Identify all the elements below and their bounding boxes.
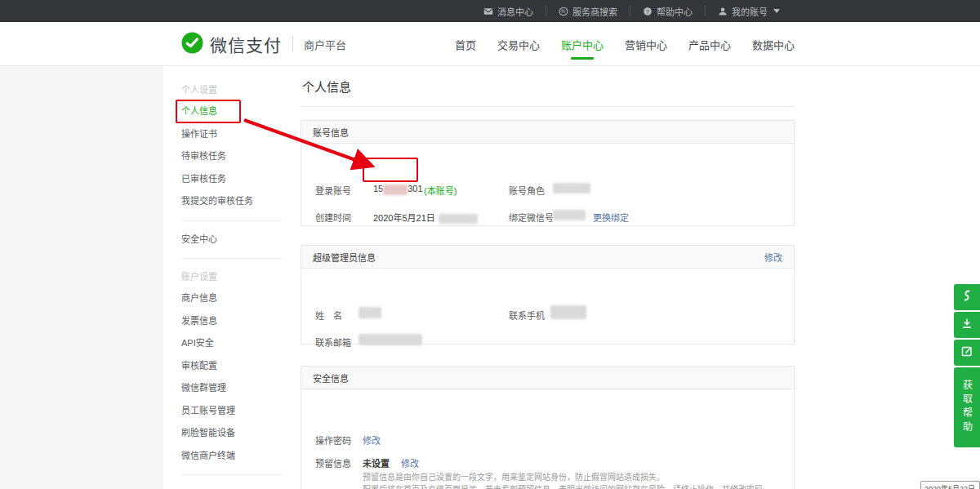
redacted-admin-name bbox=[359, 307, 381, 318]
primary-nav: 首页 交易中心 账户中心 营销中心 产品中心 数据中心 bbox=[455, 22, 795, 66]
my-account-label: 我的账号 bbox=[732, 5, 768, 18]
rebind-wechat-link[interactable]: 更换绑定 bbox=[593, 211, 629, 224]
edit-icon bbox=[960, 345, 973, 361]
site-header: 微信支付 商户平台 首页 交易中心 账户中心 营销中心 产品中心 数据中心 bbox=[0, 22, 980, 66]
provider-search-label: 服务商搜索 bbox=[572, 5, 617, 18]
sidebar-item-wechat-group-management[interactable]: 微信群管理 bbox=[181, 377, 282, 400]
nav-account-center[interactable]: 账户中心 bbox=[561, 22, 604, 66]
bound-wechat-label: 绑定微信号 bbox=[509, 211, 554, 224]
brand-divider bbox=[292, 36, 293, 52]
sidebar-divider bbox=[181, 220, 282, 221]
brand-block: 微信支付 商户平台 bbox=[181, 22, 346, 66]
sidebar-section-personal-settings: 个人设置 bbox=[181, 79, 282, 100]
created-time-value: 2020年5月21日 bbox=[373, 211, 478, 224]
top-utility-bar: 消息中心 服务商搜索 ? 帮助中心 我的账号 bbox=[0, 0, 980, 22]
login-account-label: 登录账号 bbox=[315, 184, 351, 197]
sidebar-divider bbox=[181, 258, 282, 259]
redacted-account-role bbox=[553, 183, 590, 193]
mail-icon bbox=[483, 7, 493, 16]
operation-password-edit-link[interactable]: 修改 bbox=[363, 433, 381, 447]
operation-password-label: 操作密码 bbox=[315, 433, 351, 447]
my-account-menu-item[interactable]: 我的账号 bbox=[706, 0, 792, 22]
redacted-admin-email bbox=[359, 334, 422, 345]
admin-phone-label: 联系手机 bbox=[509, 309, 545, 322]
security-info-panel: 安全信息 操作密码 修改 预留信息 未设置 修改 预留信息是由你自己设置的一段文… bbox=[301, 366, 795, 489]
sidebar-item-api-security[interactable]: API安全 bbox=[181, 332, 282, 355]
sidebar-item-review-config[interactable]: 审核配置 bbox=[181, 355, 282, 378]
sidebar-item-face-smart-device[interactable]: 刷脸智能设备 bbox=[181, 422, 282, 445]
svg-text:?: ? bbox=[646, 8, 649, 14]
reserved-info-value: 未设置 bbox=[363, 456, 390, 469]
main-content: 个人信息 账号信息 登录账号 15301 (本账号) 账号角色 创建时间 202… bbox=[301, 66, 795, 489]
account-info-panel-title: 账号信息 bbox=[313, 126, 349, 139]
search-circle-icon bbox=[559, 7, 568, 16]
chevron-down-icon bbox=[773, 9, 780, 13]
sidebar-item-pending-review-tasks[interactable]: 待审核任务 bbox=[181, 145, 282, 168]
hotline-button[interactable] bbox=[954, 284, 980, 310]
sidebar-item-wechat-merchant-terminal[interactable]: 微信商户终端 bbox=[181, 445, 282, 468]
admin-email-label: 联系邮箱 bbox=[315, 336, 351, 349]
created-time-label: 创建时间 bbox=[315, 211, 351, 224]
floating-toolbar: 获取帮助 bbox=[954, 284, 980, 447]
sidebar-item-personal-info[interactable]: 个人信息 bbox=[181, 100, 282, 123]
sidebar: 个人设置 个人信息 操作证书 待审核任务 已审核任务 我提交的审核任务 安全中心… bbox=[181, 79, 282, 482]
help-center-menu-item[interactable]: ? 帮助中心 bbox=[630, 0, 705, 22]
sidebar-section-account-settings: 账户设置 bbox=[181, 266, 282, 287]
link-icon bbox=[960, 289, 973, 305]
redacted-wechat-id bbox=[553, 210, 586, 220]
wechat-pay-logo-icon bbox=[181, 32, 203, 57]
account-info-panel: 账号信息 登录账号 15301 (本账号) 账号角色 创建时间 2020年5月2… bbox=[301, 120, 795, 226]
nav-home[interactable]: 首页 bbox=[455, 22, 476, 66]
page-body: 个人设置 个人信息 操作证书 待审核任务 已审核任务 我提交的审核任务 安全中心… bbox=[0, 66, 980, 489]
date-tooltip: 2020年5月22日 bbox=[920, 481, 980, 489]
sidebar-item-reviewed-tasks[interactable]: 已审核任务 bbox=[181, 168, 282, 191]
provider-search-menu-item[interactable]: 服务商搜索 bbox=[546, 0, 630, 22]
security-panel-title: 安全信息 bbox=[313, 371, 349, 385]
top-utility-menu: 消息中心 服务商搜索 ? 帮助中心 我的账号 bbox=[471, 0, 792, 22]
account-role-label: 账号角色 bbox=[509, 184, 545, 197]
user-icon bbox=[718, 7, 728, 16]
get-help-button[interactable]: 获取帮助 bbox=[954, 367, 980, 447]
question-circle-icon: ? bbox=[643, 7, 653, 16]
reserved-info-description: 预留信息是由你自己设置的一段文字，用来鉴定网站身份，防止假冒网站造成损失。 配置… bbox=[363, 471, 791, 489]
nav-data-center[interactable]: 数据中心 bbox=[752, 22, 795, 66]
sidebar-item-merchant-info[interactable]: 商户信息 bbox=[181, 287, 282, 310]
nav-transaction-center[interactable]: 交易中心 bbox=[497, 22, 540, 66]
admin-name-label: 姓 名 bbox=[315, 309, 342, 322]
super-admin-edit-link[interactable]: 修改 bbox=[764, 251, 782, 264]
reserved-info-edit-link[interactable]: 修改 bbox=[401, 456, 419, 469]
reserved-info-label: 预留信息 bbox=[315, 456, 351, 469]
left-margin-strip bbox=[0, 66, 163, 489]
sidebar-item-security-center[interactable]: 安全中心 bbox=[181, 229, 282, 251]
reserved-info-desc-line: 预留信息是由你自己设置的一段文字，用来鉴定网站身份，防止假冒网站造成损失。 bbox=[363, 471, 791, 483]
help-center-label: 帮助中心 bbox=[657, 5, 693, 18]
download-button[interactable] bbox=[954, 312, 980, 338]
sidebar-item-staff-account-management[interactable]: 员工账号管理 bbox=[181, 400, 282, 423]
brand-name: 微信支付 bbox=[210, 32, 282, 56]
page-title: 个人信息 bbox=[302, 78, 351, 95]
sidebar-item-operation-certificate[interactable]: 操作证书 bbox=[181, 123, 282, 146]
redacted-created-tail bbox=[439, 214, 478, 224]
feedback-button[interactable] bbox=[954, 340, 980, 366]
message-center-menu-item[interactable]: 消息中心 bbox=[471, 0, 546, 22]
redacted-login-middle bbox=[383, 184, 408, 195]
super-admin-panel-title: 超级管理员信息 bbox=[313, 251, 376, 264]
sidebar-item-my-submitted-review-tasks[interactable]: 我提交的审核任务 bbox=[181, 190, 282, 213]
nav-product-center[interactable]: 产品中心 bbox=[688, 22, 731, 66]
current-account-tag: (本账号) bbox=[424, 184, 457, 197]
redacted-admin-phone bbox=[550, 305, 586, 319]
reserved-info-desc-line: 配置后将在首页及充值页面显示。若未看到预留信息，表明当前访问的网站存在风险，请终… bbox=[363, 483, 791, 489]
sidebar-item-invoice-info[interactable]: 发票信息 bbox=[181, 310, 282, 333]
sidebar-divider bbox=[181, 474, 282, 475]
title-divider bbox=[301, 106, 795, 107]
super-admin-panel: 超级管理员信息 修改 姓 名 联系手机 联系邮箱 bbox=[301, 245, 795, 345]
portal-name: 商户平台 bbox=[304, 37, 346, 52]
download-icon bbox=[960, 317, 973, 333]
message-center-label: 消息中心 bbox=[497, 5, 533, 18]
login-account-value: 15301 bbox=[373, 184, 423, 195]
nav-marketing-center[interactable]: 营销中心 bbox=[625, 22, 667, 66]
